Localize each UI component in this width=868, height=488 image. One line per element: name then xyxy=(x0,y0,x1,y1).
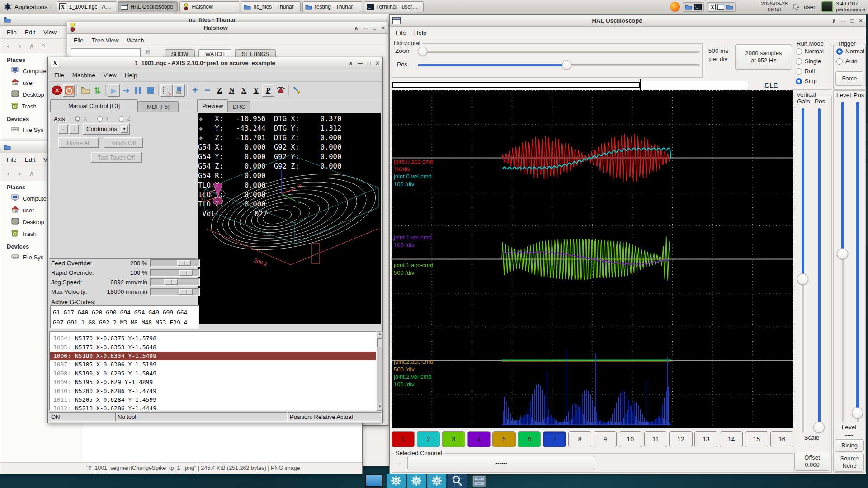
shade-icon[interactable]: ∧ xyxy=(832,18,836,24)
jog-speed-slider[interactable] xyxy=(150,278,200,286)
slider-knob[interactable] xyxy=(852,407,863,418)
slider-handle[interactable] xyxy=(164,279,178,285)
maximize-icon[interactable]: □ xyxy=(373,25,376,31)
shade-icon[interactable]: ∧ xyxy=(349,60,353,66)
taskbar-window-testing-thunar[interactable]: testing - Thunar xyxy=(302,1,362,12)
jog-minus-button[interactable]: - xyxy=(58,124,68,134)
channel-button-7[interactable]: 7 xyxy=(543,431,566,447)
gear-launcher-icon[interactable] xyxy=(407,474,426,488)
scope-display[interactable]: joint.0.acc-cmd 1K/divjoint.0.vel-cmd 10… xyxy=(392,90,793,428)
halshow-filter-input[interactable] xyxy=(71,48,141,57)
force-trigger-button[interactable]: Force xyxy=(835,71,863,86)
selected-channel-button[interactable]: ------ xyxy=(407,456,595,470)
close-icon[interactable]: ✕ xyxy=(859,18,863,24)
scroll-down-icon[interactable]: ▼ xyxy=(377,404,382,410)
gear-launcher-icon[interactable] xyxy=(387,474,406,488)
folder-icon[interactable] xyxy=(685,4,692,10)
zoom-in-button[interactable]: + xyxy=(189,84,201,97)
back-icon[interactable]: ‹ xyxy=(2,169,14,178)
clear-plot-button[interactable] xyxy=(291,84,303,97)
tab-dro[interactable]: DRO xyxy=(228,101,250,112)
firefox-icon[interactable] xyxy=(670,2,680,12)
gear-launcher-icon[interactable] xyxy=(427,474,446,488)
slider-handle[interactable] xyxy=(179,289,193,295)
window-controls[interactable]: ∧ — □ ✕ xyxy=(832,18,863,24)
horizontal-pos-slider[interactable] xyxy=(418,60,700,70)
up-icon[interactable]: ∧ xyxy=(26,169,38,178)
run-mode-single[interactable]: Single xyxy=(796,58,821,65)
window-controls[interactable]: ∧ — □ ✕ xyxy=(349,60,380,66)
thunar1-menu-view[interactable]: View xyxy=(40,27,60,38)
axis-radio-z[interactable]: Z xyxy=(119,115,131,122)
minimize-icon[interactable]: — xyxy=(841,18,846,24)
cpu-indicator[interactable]: 3.40 GHz performance xyxy=(836,1,865,13)
view-perspective-button[interactable]: P xyxy=(262,84,274,97)
gcode-line[interactable]: 1011:N5205 X-0.6284 Y-1.4599 xyxy=(50,395,376,404)
channel-button-2[interactable]: 2 xyxy=(417,431,440,447)
stop-program-button[interactable] xyxy=(144,84,156,97)
channel-button-3[interactable]: 3 xyxy=(442,431,465,447)
osc-menu-file[interactable]: File xyxy=(392,28,410,38)
offset-button[interactable]: Offset 0.000 xyxy=(794,452,830,471)
close-icon[interactable]: ✕ xyxy=(381,25,385,31)
slider-knob[interactable] xyxy=(813,422,825,433)
halshow-titlebar[interactable]: Halshow ∧ — □ ✕ xyxy=(67,22,388,34)
maximize-icon[interactable]: □ xyxy=(851,18,854,24)
gcode-line[interactable]: 1008:N5190 X-0.6295 Y-1.5049 xyxy=(50,369,376,378)
scroll-up-icon[interactable]: ▲ xyxy=(377,332,382,338)
rotate-view-button[interactable] xyxy=(274,84,287,97)
osc-menu-help[interactable]: Help xyxy=(410,28,430,38)
open-file-button[interactable] xyxy=(79,84,91,97)
halshow-menu-file[interactable]: File xyxy=(70,35,87,46)
thunar1-menu-file[interactable]: File xyxy=(3,27,20,38)
reload-file-button[interactable]: ⇅ xyxy=(91,84,104,97)
axis-menu-view[interactable]: View xyxy=(100,70,120,80)
gcode-listing[interactable]: 1004:N5170 X-0.6375 Y-1.57981005:N5175 X… xyxy=(49,331,377,411)
channel-button-8[interactable]: 8 xyxy=(568,431,591,447)
vertical-pos-slider[interactable] xyxy=(814,108,824,433)
up-icon[interactable]: ∧ xyxy=(26,42,38,51)
back-icon[interactable]: ‹ xyxy=(2,42,14,51)
trigger-edge-button[interactable]: Rising xyxy=(835,439,864,452)
clock[interactable]: 2026-03-28 09:53 xyxy=(761,1,788,13)
run-program-button[interactable]: ▶ xyxy=(108,84,120,97)
display-icon[interactable] xyxy=(717,4,724,10)
channel-button-9[interactable]: 9 xyxy=(594,431,617,447)
channel-button-6[interactable]: 6 xyxy=(518,431,541,447)
shade-icon[interactable]: ∧ xyxy=(354,25,359,31)
search-launcher-icon[interactable] xyxy=(448,474,467,488)
view-z-button[interactable]: Z xyxy=(213,84,226,97)
axis-menu-file[interactable]: File xyxy=(51,70,68,80)
jog-plus-button[interactable]: + xyxy=(69,124,79,134)
taskbar-window-halshow[interactable]: Halshow xyxy=(179,1,239,12)
taskbar-window-1-1001-ngc-axis-2-10[interactable]: X1_1001.ngc - AXIS 2.10.... xyxy=(57,1,116,12)
jog-mode-dropdown[interactable]: Continuous ▼ xyxy=(83,123,130,135)
channel-button-12[interactable]: 12 xyxy=(669,431,692,447)
axis-radio-y[interactable]: Y xyxy=(97,115,109,122)
home-icon[interactable]: ⌂ xyxy=(38,42,49,51)
machine-power-button[interactable] xyxy=(63,84,75,97)
samples-button[interactable]: 2000 samples at 952 Hz xyxy=(735,44,792,70)
channel-button-11[interactable]: 11 xyxy=(644,431,667,447)
slider-knob[interactable] xyxy=(418,47,427,56)
channel-button-4[interactable]: 4 xyxy=(467,431,491,447)
skip-lines-button[interactable]: ↘ xyxy=(160,84,173,97)
estop-button[interactable]: ✕ xyxy=(51,84,63,97)
preview-canvas[interactable]: X: -16.956 DTG X: 0.370 Y: -43.244 DTG Y… xyxy=(198,113,381,324)
home-all-button[interactable]: Home All xyxy=(58,137,99,148)
gcode-line[interactable]: 1005:N5175 X-0.6353 Y-1.5648 xyxy=(50,343,376,351)
gcode-line[interactable]: 1004:N5170 X-0.6375 Y-1.5798 xyxy=(50,334,376,343)
halshow-menu-tree-view[interactable]: Tree View xyxy=(88,35,123,46)
trigger-level-slider[interactable] xyxy=(838,102,848,422)
gcode-line[interactable]: 1010:N5200 X-0.6286 Y-1.4749 xyxy=(50,386,376,395)
tab-mdi[interactable]: MDI [F5] xyxy=(138,101,179,112)
run-mode-stop[interactable]: Stop xyxy=(796,78,817,84)
axis-menu-help[interactable]: Help xyxy=(121,70,141,80)
forward-icon[interactable]: › xyxy=(14,169,26,178)
filemanager-launcher-icon[interactable] xyxy=(470,474,489,488)
view-y-button[interactable]: Y xyxy=(250,84,262,97)
feed-override-slider[interactable] xyxy=(150,259,200,267)
axis-menu-machine[interactable]: Machine xyxy=(69,70,99,80)
view-z2-button[interactable]: N xyxy=(226,84,238,97)
tab-manual-control[interactable]: Manual Control [F3] xyxy=(50,99,138,112)
